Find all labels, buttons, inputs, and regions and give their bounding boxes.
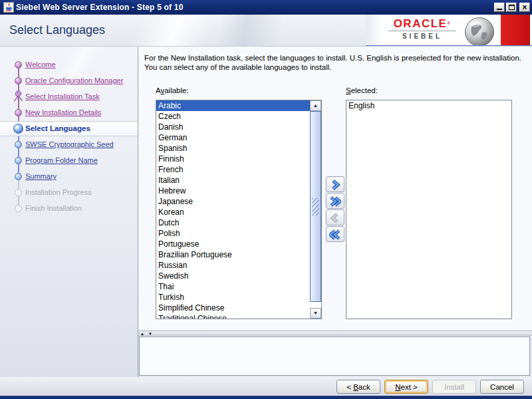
minimize-button[interactable] bbox=[494, 3, 505, 12]
double-chevron-right-icon bbox=[329, 196, 341, 207]
scrollbar-track[interactable] bbox=[310, 111, 321, 308]
language-option[interactable]: Finnish bbox=[156, 154, 310, 164]
selected-languages-list[interactable]: English bbox=[346, 100, 512, 319]
oracle-siebel-logo: ORACLE® SIEBEL bbox=[366, 15, 532, 47]
available-list-scrollbar[interactable]: ▲ ▼ bbox=[310, 100, 321, 319]
language-option[interactable]: Dutch bbox=[156, 217, 310, 228]
selected-label: Selected: bbox=[346, 86, 378, 94]
available-languages-list[interactable]: Arabic Czech Danish German Spanish Finni… bbox=[156, 100, 322, 319]
step-sidebar: Welcome Oracle Configuration Manager Sel… bbox=[0, 47, 138, 377]
splitter-collapse-up-icon[interactable]: ▲ bbox=[140, 331, 144, 336]
language-option[interactable]: French bbox=[156, 164, 310, 175]
scrollbar-thumb[interactable] bbox=[310, 111, 321, 302]
selected-language-item[interactable]: English bbox=[346, 100, 511, 111]
language-option[interactable]: Turkish bbox=[156, 292, 310, 303]
step-dot-icon bbox=[15, 173, 22, 180]
step-dot-icon bbox=[15, 157, 22, 164]
step-dot-icon bbox=[15, 189, 22, 196]
double-chevron-left-icon bbox=[329, 229, 341, 240]
move-all-left-button[interactable] bbox=[326, 226, 344, 242]
split-divider[interactable]: ▲ ▼ bbox=[138, 331, 532, 336]
transfer-buttons bbox=[326, 176, 344, 243]
language-option-selected[interactable]: Arabic bbox=[156, 100, 310, 111]
installer-window: Siebel Web Server Extension - Step 5 of … bbox=[0, 0, 532, 399]
language-option[interactable]: Korean bbox=[156, 207, 310, 217]
language-option[interactable]: Hebrew bbox=[156, 186, 310, 196]
step-dot-icon bbox=[15, 77, 22, 84]
language-option[interactable]: Czech bbox=[156, 111, 310, 122]
sidebar-step-oracle-configuration-manager[interactable]: Oracle Configuration Manager bbox=[0, 72, 138, 88]
sidebar-step-installation-progress: Installation Progress bbox=[0, 184, 138, 200]
siebel-wordmark: SIEBEL bbox=[386, 33, 459, 40]
language-option[interactable]: Traditional Chinese bbox=[156, 313, 310, 319]
sidebar-step-finish-installation: Finish Installation bbox=[0, 200, 138, 216]
next-button[interactable]: Next > bbox=[384, 380, 428, 394]
cancel-button[interactable]: Cancel bbox=[480, 380, 524, 394]
step-dot-icon bbox=[15, 61, 22, 68]
message-panel bbox=[139, 336, 530, 376]
language-option[interactable]: Simplified Chinese bbox=[156, 303, 310, 313]
install-button: Install bbox=[432, 380, 476, 394]
lower-pane: ▲ ▼ bbox=[138, 331, 532, 377]
java-app-icon bbox=[3, 2, 14, 13]
language-option[interactable]: Italian bbox=[156, 175, 310, 186]
logo-red-strip bbox=[501, 15, 530, 45]
current-step-dot-icon bbox=[13, 124, 23, 134]
step-dot-icon bbox=[15, 205, 22, 212]
language-option[interactable]: Japanese bbox=[156, 196, 310, 207]
sidebar-step-program-folder-name[interactable]: Program Folder Name bbox=[0, 152, 138, 168]
sidebar-step-summary[interactable]: Summary bbox=[0, 168, 138, 184]
move-right-button[interactable] bbox=[326, 176, 344, 192]
chevron-left-icon bbox=[329, 213, 341, 223]
language-option[interactable]: Thai bbox=[156, 281, 310, 292]
maximize-icon bbox=[509, 5, 515, 10]
language-option[interactable]: Brazilian Portuguese bbox=[156, 249, 310, 260]
window-bottom-border bbox=[0, 396, 532, 399]
oracle-wordmark: ORACLE® bbox=[386, 18, 459, 29]
step-dot-icon bbox=[15, 109, 22, 116]
language-option[interactable]: Spanish bbox=[156, 143, 310, 154]
button-bar: < Back Next > Install Cancel bbox=[0, 377, 532, 396]
scroll-down-icon: ▼ bbox=[313, 311, 318, 315]
move-all-right-button[interactable] bbox=[326, 193, 344, 209]
maximize-button[interactable] bbox=[506, 3, 517, 12]
globe-icon bbox=[464, 17, 495, 47]
available-label: Available: bbox=[156, 86, 189, 94]
move-left-button bbox=[326, 209, 344, 225]
close-button[interactable]: × bbox=[519, 3, 530, 12]
content-pane: For the New Installation task, select th… bbox=[138, 47, 532, 331]
scroll-down-button[interactable]: ▼ bbox=[310, 308, 321, 319]
scroll-up-icon: ▲ bbox=[313, 103, 318, 108]
language-option[interactable]: Danish bbox=[156, 122, 310, 132]
back-button[interactable]: < Back bbox=[336, 380, 380, 394]
scroll-up-button[interactable]: ▲ bbox=[310, 100, 321, 111]
language-option[interactable]: Swedish bbox=[156, 271, 310, 281]
step-branch-icon bbox=[13, 90, 24, 102]
language-option[interactable]: Polish bbox=[156, 228, 310, 239]
sidebar-step-new-installation-details[interactable]: New Installation Details bbox=[0, 104, 138, 120]
language-option[interactable]: Russian bbox=[156, 260, 310, 271]
instruction-text: For the New Installation task, select th… bbox=[144, 53, 529, 72]
chevron-right-icon bbox=[329, 180, 341, 190]
sidebar-step-select-languages[interactable]: Select Languages bbox=[0, 120, 138, 136]
language-option[interactable]: Portuguese bbox=[156, 239, 310, 249]
sidebar-step-welcome[interactable]: Welcome bbox=[0, 57, 138, 72]
splitter-collapse-down-icon[interactable]: ▼ bbox=[148, 331, 152, 336]
title-bar[interactable]: Siebel Web Server Extension - Step 5 of … bbox=[0, 0, 532, 15]
minimize-icon bbox=[497, 9, 502, 10]
sidebar-step-swse-cryptographic-seed[interactable]: SWSE Cryptographic Seed bbox=[0, 136, 138, 152]
step-dot-icon bbox=[15, 141, 22, 148]
language-option[interactable]: German bbox=[156, 132, 310, 143]
window-title: Siebel Web Server Extension - Step 5 of … bbox=[16, 3, 494, 12]
close-icon: × bbox=[520, 3, 529, 12]
page-title: Select Languages bbox=[9, 23, 105, 37]
page-header: Select Languages ORACLE® SIEBEL bbox=[0, 15, 532, 47]
sidebar-step-select-installation-task[interactable]: Select Installation Task bbox=[0, 88, 138, 104]
